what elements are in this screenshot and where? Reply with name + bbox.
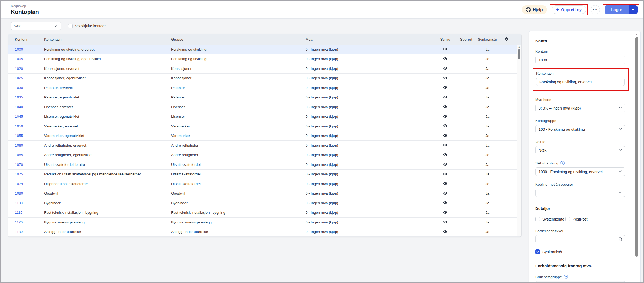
column-header-synlig[interactable]: Synlig bbox=[434, 37, 457, 41]
column-header-kontonr[interactable]: Kontonr bbox=[8, 37, 44, 41]
column-header-gruppe[interactable]: Gruppe bbox=[171, 37, 306, 41]
table-row[interactable]: 1045 Lisenser, egenutviklet Lisenser 0 -… bbox=[8, 112, 521, 122]
eye-visible-icon[interactable] bbox=[443, 115, 447, 119]
account-number-link[interactable]: 1045 bbox=[8, 114, 44, 119]
save-button[interactable]: Lagre bbox=[605, 5, 629, 14]
postpost-checkbox[interactable] bbox=[565, 217, 570, 221]
table-row[interactable]: 1040 Lisenser, ervervet Lisenser 0 - Ing… bbox=[8, 102, 521, 112]
table-row[interactable]: 1079 Utlignbar utsatt skattefordel Utsat… bbox=[8, 179, 521, 189]
eye-visible-icon[interactable] bbox=[443, 172, 447, 176]
table-row[interactable]: 1065 Andre rettigheter, egenutviklet And… bbox=[8, 150, 521, 160]
table-row[interactable]: 1025 Konsesjoner, egenutviklet Konsesjon… bbox=[8, 74, 521, 83]
column-header-mva[interactable]: Mva. bbox=[306, 37, 434, 41]
account-number-link[interactable]: 1055 bbox=[8, 134, 44, 138]
eye-visible-icon[interactable] bbox=[443, 134, 447, 138]
postpost-toggle[interactable]: PostPost bbox=[565, 217, 587, 221]
eye-visible-icon[interactable] bbox=[443, 105, 447, 109]
account-number-link[interactable]: 1000 bbox=[8, 47, 44, 51]
eye-visible-icon[interactable] bbox=[443, 143, 447, 147]
account-number-link[interactable]: 1050 bbox=[8, 124, 44, 128]
account-number-link[interactable]: 1065 bbox=[8, 153, 44, 157]
eye-visible-icon[interactable] bbox=[443, 163, 447, 167]
table-row[interactable]: 1020 Konsesjoner, ervervet Konsesjoner 0… bbox=[8, 64, 521, 74]
account-number-link[interactable]: 1130 bbox=[8, 230, 44, 234]
panel-scrollbar[interactable]: ▲ bbox=[635, 33, 639, 281]
kontogruppe-select[interactable]: 100 - Forskning og utvikling bbox=[535, 125, 625, 133]
eye-visible-icon[interactable] bbox=[443, 57, 447, 61]
info-icon[interactable]: ? bbox=[560, 161, 565, 165]
kobling-arsoppgjor-select[interactable] bbox=[535, 189, 625, 197]
eye-visible-icon[interactable] bbox=[443, 86, 447, 90]
eye-visible-icon[interactable] bbox=[443, 182, 447, 186]
synkroniser-checkbox[interactable] bbox=[535, 249, 540, 254]
account-number-link[interactable]: 1040 bbox=[8, 105, 44, 109]
table-row[interactable]: 1120 Bygningsmessige anlegg Bygningsmess… bbox=[8, 218, 521, 227]
save-dropdown-button[interactable] bbox=[629, 5, 638, 14]
eye-visible-icon[interactable] bbox=[443, 192, 447, 196]
eye-visible-icon[interactable] bbox=[443, 124, 447, 128]
table-row[interactable]: 1000 Forskning og utvikling, ervervet Fo… bbox=[8, 45, 521, 54]
account-number-link[interactable]: 1060 bbox=[8, 143, 44, 147]
info-icon[interactable]: ? bbox=[564, 275, 568, 279]
account-number-link[interactable]: 1030 bbox=[8, 86, 44, 90]
account-number-link[interactable]: 1075 bbox=[8, 172, 44, 176]
search-input[interactable] bbox=[11, 22, 51, 30]
bruk-satsgruppe-select[interactable] bbox=[535, 281, 625, 283]
account-number-link[interactable]: 1110 bbox=[8, 210, 44, 215]
account-number-link[interactable]: 1005 bbox=[8, 57, 44, 61]
systemkonto-checkbox[interactable] bbox=[535, 217, 540, 221]
table-row[interactable]: 1070 Utsatt skattefordel, brutto Utsatt … bbox=[8, 160, 521, 170]
more-actions-button[interactable]: ··· bbox=[591, 5, 600, 14]
table-settings-button[interactable] bbox=[500, 37, 514, 41]
column-header-synkroniser[interactable]: Synkronisér bbox=[475, 37, 500, 41]
help-button[interactable]: Hjelp bbox=[522, 5, 547, 14]
table-row[interactable]: 1030 Patenter, ervervet Patenter 0 - Ing… bbox=[8, 83, 521, 93]
filter-button[interactable] bbox=[51, 22, 61, 30]
show-hidden-checkbox[interactable] bbox=[68, 24, 73, 28]
table-row[interactable]: 1110 Fast teknisk installasjon i bygning… bbox=[8, 208, 521, 218]
eye-visible-icon[interactable] bbox=[443, 96, 447, 100]
account-number-link[interactable]: 1100 bbox=[8, 201, 44, 205]
mva-kode-select[interactable]: 0: 0% – Ingen mva (kjøp) bbox=[535, 104, 625, 112]
eye-visible-icon[interactable] bbox=[443, 220, 447, 224]
create-new-button[interactable]: + Opprett ny bbox=[552, 5, 586, 14]
scroll-up-icon[interactable]: ▲ bbox=[635, 33, 638, 37]
table-row[interactable]: 1060 Andre rettigheter, ervervet Andre r… bbox=[8, 141, 521, 150]
account-number-link[interactable]: 1025 bbox=[8, 76, 44, 80]
table-scrollbar-thumb[interactable] bbox=[518, 49, 520, 59]
eye-visible-icon[interactable] bbox=[443, 153, 447, 157]
eye-visible-icon[interactable] bbox=[443, 76, 447, 80]
panel-scrollbar-thumb[interactable] bbox=[635, 37, 638, 257]
table-scrollbar[interactable]: ▲ bbox=[517, 45, 521, 236]
show-hidden-accounts-toggle[interactable]: Vis skjulte kontoer bbox=[68, 24, 106, 28]
table-row[interactable]: 1005 Forskning og utvikling, egenutvikle… bbox=[8, 54, 521, 64]
fordelingsnokkel-input[interactable] bbox=[535, 235, 625, 243]
table-row[interactable]: 1130 Anlegg under utførelse Anlegg under… bbox=[8, 227, 521, 237]
column-header-kontonavn[interactable]: Kontonavn bbox=[44, 37, 171, 41]
table-row[interactable]: 1080 Goodwill Goodwill 0 - Ingen mva (kj… bbox=[8, 189, 521, 199]
eye-visible-icon[interactable] bbox=[443, 67, 447, 71]
kontonr-input[interactable] bbox=[535, 56, 625, 64]
table-row[interactable]: 1035 Patenter, egenutviklet Patenter 0 -… bbox=[8, 93, 521, 103]
systemkonto-toggle[interactable]: Systemkonto bbox=[535, 217, 564, 221]
account-number-link[interactable]: 1020 bbox=[8, 67, 44, 71]
account-number-link[interactable]: 1120 bbox=[8, 220, 44, 224]
account-number-link[interactable]: 1070 bbox=[8, 163, 44, 167]
kontonavn-input[interactable] bbox=[536, 78, 625, 86]
account-number-link[interactable]: 1079 bbox=[8, 182, 44, 186]
saft-kobling-select[interactable]: 1000 - Forskning og utvikling, ervervet bbox=[535, 167, 625, 176]
account-number-link[interactable]: 1035 bbox=[8, 95, 44, 99]
valuta-select[interactable]: NOK bbox=[535, 146, 625, 154]
table-row[interactable]: 1050 Varemerker, ervervet Varemerker 0 -… bbox=[8, 121, 521, 131]
synkroniser-toggle[interactable]: Synkronisér bbox=[535, 249, 562, 254]
eye-visible-icon[interactable] bbox=[443, 201, 447, 205]
table-row[interactable]: 1100 Bygninger Bygninger 0 - Ingen mva (… bbox=[8, 198, 521, 208]
column-header-sperret[interactable]: Sperret bbox=[457, 37, 475, 41]
account-number-link[interactable]: 1080 bbox=[8, 191, 44, 195]
eye-visible-icon[interactable] bbox=[443, 230, 447, 234]
table-row[interactable]: 1075 Reduksjon utsatt skattefordel pga m… bbox=[8, 170, 521, 179]
eye-visible-icon[interactable] bbox=[443, 211, 447, 215]
scroll-up-icon[interactable]: ▲ bbox=[518, 45, 521, 49]
eye-visible-icon[interactable] bbox=[443, 47, 447, 51]
table-row[interactable]: 1055 Varemerker, egenutviklet Varemerker… bbox=[8, 131, 521, 141]
